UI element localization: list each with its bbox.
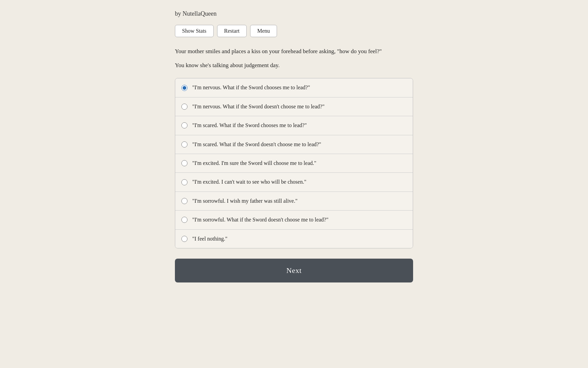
choice-row[interactable]: "I'm scared. What if the Sword doesn't c…: [175, 135, 413, 154]
choice-row[interactable]: "I'm excited. I'm sure the Sword will ch…: [175, 154, 413, 173]
choice-label-6[interactable]: "I'm excited. I can't wait to see who wi…: [192, 178, 306, 186]
narrative-paragraph-1: Your mother smiles and places a kiss on …: [175, 47, 413, 56]
author-line: by NutellaQueen: [175, 10, 413, 17]
choice-label-1[interactable]: "I'm nervous. What if the Sword chooses …: [192, 84, 310, 91]
choice-label-5[interactable]: "I'm excited. I'm sure the Sword will ch…: [192, 159, 316, 167]
choice-row[interactable]: "I'm sorrowful. What if the Sword doesn'…: [175, 211, 413, 229]
restart-button[interactable]: Restart: [217, 25, 247, 37]
next-button[interactable]: Next: [175, 259, 413, 282]
choice-radio-5[interactable]: [181, 160, 187, 166]
narrative: Your mother smiles and places a kiss on …: [175, 47, 413, 70]
choice-label-9[interactable]: "I feel nothing.": [192, 235, 227, 243]
narrative-paragraph-2: You know she's talking about judgement d…: [175, 61, 413, 70]
toolbar: Show Stats Restart Menu: [175, 25, 413, 37]
choice-row[interactable]: "I'm sorrowful. I wish my father was sti…: [175, 192, 413, 211]
main-container: by NutellaQueen Show Stats Restart Menu …: [175, 10, 413, 296]
choice-radio-9[interactable]: [181, 236, 187, 242]
author-text: by NutellaQueen: [175, 10, 216, 17]
choice-row[interactable]: "I feel nothing.": [175, 230, 413, 248]
choice-radio-4[interactable]: [181, 141, 187, 148]
menu-button[interactable]: Menu: [250, 25, 277, 37]
choice-label-2[interactable]: "I'm nervous. What if the Sword doesn't …: [192, 103, 325, 110]
choice-label-7[interactable]: "I'm sorrowful. I wish my father was sti…: [192, 197, 297, 205]
choice-radio-2[interactable]: [181, 104, 187, 110]
choice-label-4[interactable]: "I'm scared. What if the Sword doesn't c…: [192, 141, 321, 148]
choice-radio-6[interactable]: [181, 179, 187, 185]
choice-row[interactable]: "I'm scared. What if the Sword chooses m…: [175, 116, 413, 135]
choice-row[interactable]: "I'm nervous. What if the Sword chooses …: [175, 78, 413, 97]
choice-radio-3[interactable]: [181, 122, 187, 128]
choice-radio-7[interactable]: [181, 198, 187, 204]
choice-radio-1[interactable]: [181, 85, 187, 91]
choice-radio-8[interactable]: [181, 217, 187, 223]
choices-container: "I'm nervous. What if the Sword chooses …: [175, 78, 413, 248]
choice-row[interactable]: "I'm nervous. What if the Sword doesn't …: [175, 97, 413, 116]
choice-label-8[interactable]: "I'm sorrowful. What if the Sword doesn'…: [192, 216, 328, 224]
choice-label-3[interactable]: "I'm scared. What if the Sword chooses m…: [192, 122, 307, 129]
show-stats-button[interactable]: Show Stats: [175, 25, 214, 37]
choice-row[interactable]: "I'm excited. I can't wait to see who wi…: [175, 173, 413, 191]
